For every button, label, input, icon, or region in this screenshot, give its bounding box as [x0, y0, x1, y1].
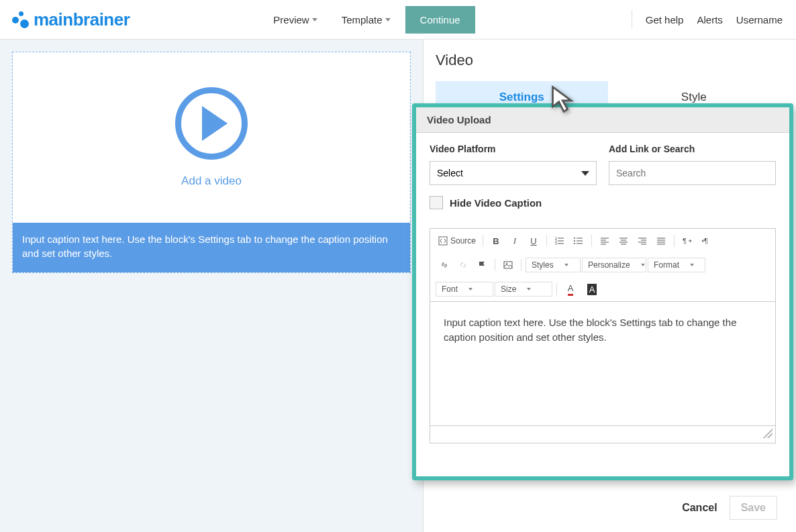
caption-text: Input caption text here. Use the block's…: [13, 223, 410, 272]
ltr-button[interactable]: ¶: [679, 233, 696, 249]
chevron-down-icon: [385, 18, 391, 21]
username-menu[interactable]: Username: [736, 14, 785, 25]
nav-right: Get help Alerts Username: [632, 10, 785, 29]
logo[interactable]: mainbrainer: [11, 9, 130, 30]
svg-point-6: [574, 243, 575, 244]
align-right-button[interactable]: [634, 233, 651, 249]
platform-select[interactable]: Select: [430, 161, 597, 185]
template-menu[interactable]: Template: [332, 9, 400, 31]
align-left-button[interactable]: [596, 233, 613, 249]
align-justify-button[interactable]: [652, 233, 670, 249]
editor-content[interactable]: Input caption text here. Use the block's…: [430, 302, 775, 425]
rich-text-editor: Source B I U 123 ¶ ¶: [430, 228, 776, 443]
personalize-dropdown[interactable]: Personalize: [582, 258, 646, 272]
styles-dropdown[interactable]: Styles: [526, 258, 581, 272]
preview-menu[interactable]: Preview: [264, 9, 326, 31]
platform-label: Video Platform: [430, 144, 597, 154]
svg-point-4: [574, 237, 575, 239]
align-center-button[interactable]: [615, 233, 632, 249]
font-dropdown[interactable]: Font: [436, 282, 493, 297]
bold-button[interactable]: B: [487, 233, 505, 249]
svg-text:3: 3: [555, 242, 557, 246]
divider: [632, 10, 632, 29]
unordered-list-button[interactable]: [570, 233, 587, 249]
image-button[interactable]: [499, 257, 517, 273]
search-input[interactable]: [609, 161, 776, 185]
get-help-link[interactable]: Get help: [646, 14, 684, 25]
chevron-down-icon: [312, 18, 317, 21]
flag-button[interactable]: [473, 257, 491, 273]
cancel-button[interactable]: Cancel: [682, 502, 717, 514]
logo-icon: [11, 10, 30, 29]
svg-rect-9: [504, 262, 512, 268]
text-color-button[interactable]: A: [561, 281, 581, 297]
canvas-area: Add a video Input caption text here. Use…: [0, 40, 424, 532]
format-dropdown[interactable]: Format: [648, 258, 705, 272]
svg-point-5: [574, 240, 575, 242]
panel-title: Video: [436, 52, 780, 69]
editor-toolbar: Source B I U 123 ¶ ¶: [430, 229, 775, 302]
rtl-button[interactable]: ¶: [697, 233, 715, 249]
resize-grip[interactable]: [763, 429, 773, 438]
play-icon: [175, 87, 248, 160]
add-video-label: Add a video: [181, 174, 242, 188]
source-button[interactable]: Source: [436, 235, 479, 247]
save-button[interactable]: Save: [730, 496, 777, 520]
logo-text: mainbrainer: [34, 9, 130, 30]
underline-button[interactable]: U: [525, 233, 542, 249]
unlink-button[interactable]: [454, 257, 472, 273]
panel-footer: Cancel Save: [682, 496, 777, 520]
alerts-link[interactable]: Alerts: [697, 14, 722, 25]
size-dropdown[interactable]: Size: [495, 282, 552, 297]
chevron-down-icon: [581, 171, 589, 176]
continue-button[interactable]: Continue: [405, 6, 475, 34]
highlighted-section: Video Upload Video Platform Select Add L…: [412, 103, 793, 480]
section-header: Video Upload: [416, 107, 789, 133]
nav-center: Preview Template Continue: [264, 6, 475, 34]
bg-color-button[interactable]: A: [583, 281, 603, 297]
editor-footer: [430, 425, 775, 443]
app-header: mainbrainer Preview Template Continue Ge…: [0, 0, 796, 40]
link-button[interactable]: [436, 257, 453, 273]
video-placeholder: Add a video: [13, 52, 410, 223]
checkbox-label: Hide Video Caption: [450, 197, 542, 209]
hide-caption-checkbox[interactable]: [430, 196, 443, 209]
link-label: Add Link or Search: [609, 144, 776, 154]
ordered-list-button[interactable]: 123: [551, 233, 568, 249]
svg-text:¶: ¶: [683, 237, 687, 245]
italic-button[interactable]: I: [506, 233, 524, 249]
video-block[interactable]: Add a video Input caption text here. Use…: [12, 52, 411, 273]
